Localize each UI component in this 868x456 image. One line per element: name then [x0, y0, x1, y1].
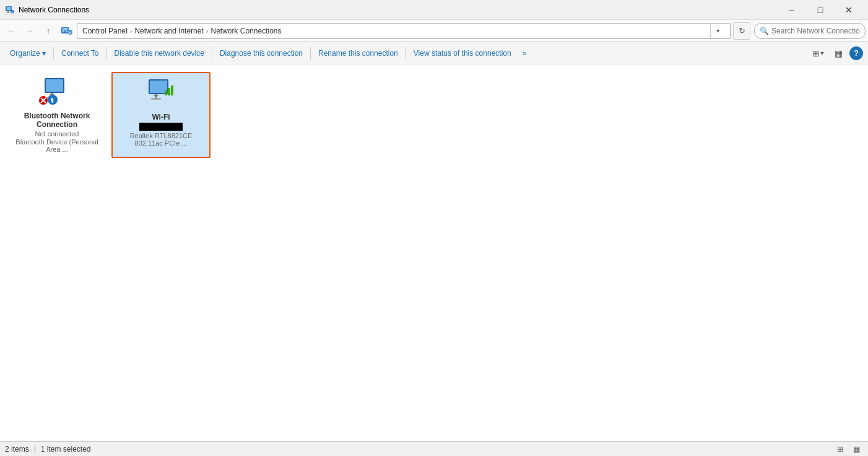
address-dropdown-button[interactable]: ▾: [710, 24, 725, 38]
svg-text:N: N: [69, 30, 71, 34]
svg-rect-13: [46, 79, 63, 92]
connect-to-button[interactable]: Connect To: [56, 46, 104, 60]
bluetooth-name: Bluetooth Network Connection: [12, 112, 102, 129]
maximize-button[interactable]: □: [806, 0, 835, 20]
help-icon: ?: [854, 48, 859, 58]
bluetooth-icon: ⚕: [47, 94, 58, 105]
search-input[interactable]: [771, 27, 860, 35]
content-area: ⚕ Bluetooth Network Connection Not conne…: [0, 64, 868, 441]
toolbar-separator-4: [310, 47, 311, 59]
svg-rect-28: [168, 88, 170, 95]
wifi-detail: Realtek RTL8821CE 802.11ac PCIe ...: [118, 132, 204, 147]
breadcrumb: Control Panel › Network and Internet › N…: [82, 27, 710, 35]
view-dropdown-icon: ▼: [820, 50, 825, 56]
toolbar-separator-1: [53, 47, 54, 59]
disable-button[interactable]: Disable this network device: [110, 46, 209, 60]
breadcrumb-network-internet[interactable]: Network and Internet: [134, 27, 203, 35]
wifi-network-item[interactable]: Wi-Fi Realtek RTL8821CE 802.11ac PCIe ..…: [111, 72, 210, 158]
breadcrumb-network-connections[interactable]: Network Connections: [210, 27, 281, 35]
svg-rect-29: [171, 86, 173, 95]
svg-rect-1: [7, 7, 11, 10]
svg-rect-27: [165, 90, 167, 95]
status-view-button-2[interactable]: ▦: [849, 443, 863, 455]
close-button[interactable]: ✕: [835, 0, 863, 20]
preview-pane-button[interactable]: ▦: [830, 45, 847, 62]
bluetooth-detail: Bluetooth Device (Personal Area ...: [12, 138, 102, 153]
help-button[interactable]: ?: [849, 46, 863, 60]
address-field[interactable]: Control Panel › Network and Internet › N…: [77, 23, 731, 39]
item-count: 2 items: [5, 445, 29, 454]
status-separator: |: [34, 445, 36, 454]
search-box[interactable]: 🔍: [754, 23, 866, 39]
toolbar-right: ⊞ ▼ ▦ ?: [810, 45, 863, 62]
organize-button[interactable]: Organize ▾: [5, 46, 51, 60]
address-bar: ← → ↑ N Control Panel › Network and Inte…: [0, 20, 868, 42]
rename-button[interactable]: Rename this connection: [313, 46, 403, 60]
up-button[interactable]: ↑: [40, 22, 57, 40]
location-icon: N: [61, 25, 73, 37]
forward-button[interactable]: →: [21, 22, 38, 40]
title-bar-icon: N: [5, 5, 15, 15]
view-icon-button[interactable]: ⊞ ▼: [810, 45, 827, 62]
bluetooth-icon-area: ⚕: [38, 77, 76, 108]
svg-rect-3: [7, 12, 9, 13]
preview-pane-icon: ▦: [835, 48, 843, 58]
status-view-button-1[interactable]: ⊞: [833, 443, 847, 455]
refresh-button[interactable]: ↻: [733, 22, 750, 40]
toolbar: Organize ▾ Connect To Disable this netwo…: [0, 42, 868, 64]
wifi-ssid-redacted: [139, 123, 183, 131]
selection-status: 1 item selected: [41, 445, 91, 454]
svg-rect-8: [64, 30, 65, 32]
svg-rect-26: [151, 98, 161, 100]
toolbar-separator-5: [406, 47, 406, 59]
svg-rect-25: [154, 95, 158, 96]
items-container: ⚕ Bluetooth Network Connection Not conne…: [0, 64, 868, 441]
status-bar: 2 items | 1 item selected ⊞ ▦: [0, 441, 868, 456]
search-icon: 🔍: [760, 27, 769, 35]
view-icon: ⊞: [812, 48, 820, 58]
svg-text:N: N: [12, 11, 14, 14]
back-button[interactable]: ←: [2, 22, 20, 40]
toolbar-separator-3: [212, 47, 212, 59]
minimize-button[interactable]: –: [778, 0, 806, 20]
svg-rect-2: [7, 11, 9, 12]
bluetooth-status: Not connected: [35, 130, 79, 138]
view-status-button[interactable]: View status of this connection: [409, 46, 516, 60]
svg-rect-23: [150, 81, 167, 93]
title-bar-controls: – □ ✕: [778, 0, 863, 20]
svg-text:⚕: ⚕: [50, 97, 54, 104]
title-bar-text: Network Connections: [19, 6, 778, 14]
more-button[interactable]: »: [518, 46, 532, 60]
status-bar-right: ⊞ ▦: [833, 443, 863, 455]
toolbar-separator-2: [106, 47, 107, 59]
bluetooth-network-item[interactable]: ⚕ Bluetooth Network Connection Not conne…: [7, 72, 106, 158]
breadcrumb-control-panel[interactable]: Control Panel: [82, 27, 128, 35]
wifi-icon-area: [142, 78, 180, 109]
wifi-name: Wi-Fi: [152, 113, 170, 121]
title-bar: N Network Connections – □ ✕: [0, 0, 868, 20]
svg-rect-9: [65, 30, 66, 32]
wifi-computer-icon: [146, 78, 176, 104]
diagnose-button[interactable]: Diagnose this connection: [215, 46, 308, 60]
